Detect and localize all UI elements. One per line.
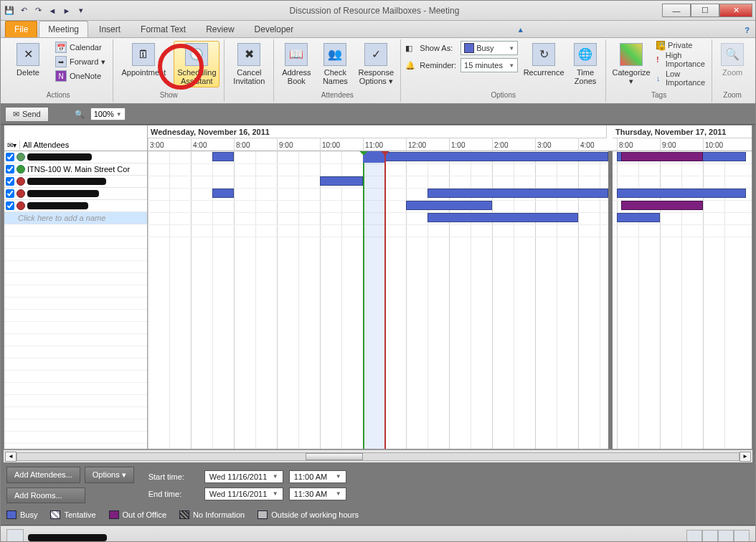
window-title: Discussion of Resource Mailboxes - Meeti… [87,6,662,16]
attendee-checkbox[interactable] [6,201,14,210]
ribbon-min-icon[interactable]: ▴ [513,22,529,37]
check-names-button[interactable]: 👥 Check Names [318,41,351,87]
attendee-row[interactable] [4,176,147,188]
scroll-left-icon[interactable]: ◄ [5,452,16,462]
save-icon[interactable]: 💾 [4,5,15,16]
recurrence-icon: ↻ [532,43,555,66]
attendee-row[interactable] [4,200,147,212]
low-importance-button[interactable]: ↓Low Importance [656,70,707,87]
attendee-column: ✉▾ All Attendees ITNS-100 W. Main Street… [4,125,148,449]
qat-more-icon[interactable]: ▾ [75,5,87,16]
tab-format-text[interactable]: Format Text [131,21,195,37]
scroll-thumb[interactable] [306,453,363,460]
attendee-checkbox[interactable] [6,153,14,161]
group-show-label: Show [118,90,219,100]
attendee-checkbox[interactable] [6,177,14,186]
prev-icon[interactable]: ◄ [47,5,58,16]
time-zones-button[interactable]: 🌐 Time Zones [570,41,601,87]
maximize-button[interactable]: ☐ [691,4,719,17]
onenote-label: OneNote [70,72,101,80]
meeting-start-line[interactable] [363,151,364,449]
categorize-button[interactable]: Categorize ▾ [610,41,652,87]
attendee-avatar[interactable] [686,530,702,543]
timeline[interactable]: Wednesday, November 16, 2011 Thursday, N… [148,125,752,449]
hour-label: 10:00 [703,138,723,151]
zoom-value[interactable]: 100%▼ [90,108,126,120]
options-button[interactable]: Options ▾ [85,467,134,483]
close-button[interactable]: ✕ [719,4,752,17]
end-date-input[interactable]: Wed 11/16/2011▼ [204,488,283,500]
redacted-name [27,202,88,209]
send-button[interactable]: ✉Send [5,107,49,122]
appointment-button[interactable]: 🗓 Appointment [118,41,169,79]
private-button[interactable]: 🔒Private [656,41,707,49]
hour-label: 8:00 [234,138,250,151]
delete-button[interactable]: ✕ Delete [8,41,48,79]
busy-block [406,201,492,210]
response-options-icon: ✓ [364,43,387,66]
attendee-row[interactable] [4,188,147,200]
attendee-avatar[interactable] [734,530,750,543]
legend-outside-swatch [257,510,268,519]
add-rooms-button[interactable]: Add Rooms... [6,488,85,503]
tab-developer[interactable]: Developer [245,21,303,37]
busy-block [427,189,608,198]
hour-label: 9:00 [660,138,676,151]
start-time-input[interactable]: 11:00 AM▼ [289,470,346,483]
show-as-combo[interactable]: Busy▼ [460,41,518,55]
delete-icon: ✕ [16,43,39,66]
hour-label: 3:00 [535,138,551,151]
tab-file[interactable]: File [5,21,37,37]
attendee-checkbox[interactable] [6,165,14,173]
attendee-avatar[interactable] [718,530,734,543]
cancel-invitation-button[interactable]: ✖ Cancel Invitation [229,41,269,87]
tab-review[interactable]: Review [197,21,243,37]
onenote-button[interactable]: NOneNote [52,70,108,82]
zoom-mag-icon[interactable]: 🔍 [75,110,85,119]
high-importance-label: High Importance [666,51,707,68]
minimize-button[interactable]: — [662,4,691,17]
next-icon[interactable]: ► [61,5,72,16]
undo-icon[interactable]: ↶ [18,5,29,16]
end-time-input[interactable]: 11:30 AM▼ [289,488,346,500]
add-attendee-row[interactable]: Click here to add a name [4,212,147,224]
forward-button[interactable]: ➥Forward ▾ [52,55,108,68]
scheduling-assistant-button[interactable]: 🕑 Scheduling Assistant [174,41,219,87]
scroll-track[interactable] [16,452,740,461]
recurrence-button[interactable]: ↻ Recurrence [522,41,565,79]
attendee-row[interactable]: ITNS-100 W. Main Street Cor [4,163,147,176]
current-user-avatar[interactable] [6,529,24,543]
start-date-input[interactable]: Wed 11/16/2011▼ [204,470,283,483]
attendee-filler [4,224,147,449]
calendar-button[interactable]: 📅Calendar [52,41,108,54]
out-of-office-block [621,152,703,161]
reminder-label: Reminder: [420,61,456,70]
timeline-scrollbar[interactable]: ◄ ► [4,450,752,462]
scroll-right-icon[interactable]: ► [740,452,751,462]
cancel-label: Cancel Invitation [231,68,267,85]
attendee-row[interactable] [4,151,147,163]
private-label: Private [668,41,692,49]
tab-meeting[interactable]: Meeting [39,21,88,37]
high-importance-button[interactable]: !High Importance [656,51,707,68]
meeting-selection[interactable] [363,151,384,449]
check-names-label: Check Names [321,68,349,85]
tab-insert[interactable]: Insert [90,21,130,37]
legend: Busy Tentative Out of Office No Informat… [1,508,755,526]
group-cancel: ✖ Cancel Invitation [225,39,274,102]
add-attendees-button[interactable]: Add Attendees... [6,467,80,483]
response-options-button[interactable]: ✓ Response Options ▾ [356,41,396,87]
reminder-combo[interactable]: 15 minutes▼ [460,58,518,72]
timeline-body[interactable] [148,151,752,449]
help-icon[interactable]: ? [739,23,755,37]
attendee-checkbox[interactable] [6,189,14,198]
meeting-end-line[interactable] [384,151,386,449]
address-book-button[interactable]: 📖 Address Book [278,41,314,87]
attendee-avatars [686,530,750,543]
day-label-2: Thursday, November 17, 2011 [613,125,752,138]
group-attendees: 📖 Address Book 👥 Check Names ✓ Response … [274,39,401,102]
attendee-avatar[interactable] [702,530,718,543]
high-importance-icon: ! [656,55,663,64]
zoom-button[interactable]: 🔍 Zoom [717,41,748,79]
redo-icon[interactable]: ↷ [32,5,44,16]
